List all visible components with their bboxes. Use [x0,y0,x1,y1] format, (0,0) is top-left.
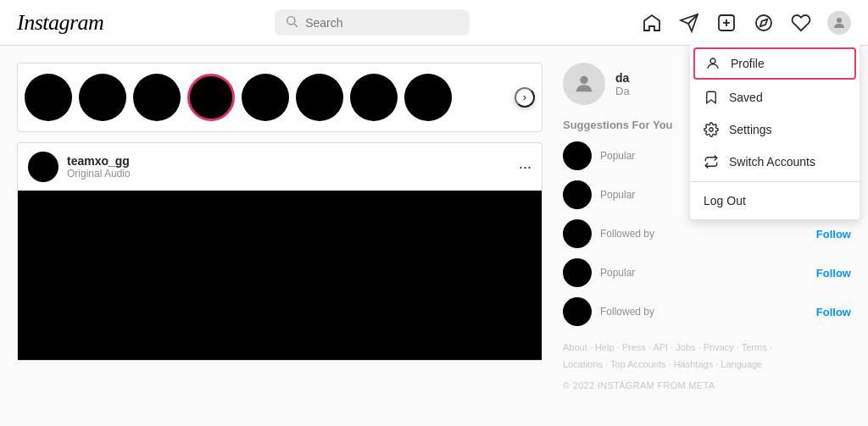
story-item[interactable] [404,74,452,121]
footer-copyright: © 2022 INSTAGRAM FROM META [563,380,851,390]
nav-icons [641,11,851,35]
story-circle [242,74,289,121]
dropdown-settings-label: Settings [729,123,772,136]
profile-avatar[interactable] [827,11,851,35]
suggestion-avatar [563,297,592,326]
person-icon [705,56,721,71]
story-item[interactable] [25,74,72,121]
story-item[interactable] [296,74,343,121]
add-icon[interactable] [715,12,737,34]
suggestion-meta: Followed by [600,228,654,240]
suggestion-avatar [563,141,592,170]
suggestion-avatar [563,219,592,248]
story-circle [296,74,343,121]
post-avatar [28,152,58,182]
svg-point-10 [709,128,714,132]
feed: › teamxo_gg Original Audio ··· [17,63,542,409]
suggestion-item: Popular Follow [563,258,851,287]
suggestion-left: Popular [563,258,635,287]
svg-line-1 [294,24,298,27]
suggestion-left: Popular [563,141,635,170]
post-username: teamxo_gg [67,154,131,168]
sidebar-user-info: da Da [615,71,630,97]
suggestion-avatar [563,180,592,209]
story-circle [350,74,398,121]
story-item[interactable] [350,74,398,121]
home-icon[interactable] [641,12,663,34]
search-bar[interactable] [275,9,470,36]
dropdown-saved[interactable]: Saved [690,81,860,113]
suggestions-title: Suggestions For You [563,119,673,131]
bookmark-icon [704,90,719,105]
dropdown-profile[interactable]: Profile [693,47,856,80]
dropdown-divider [690,181,860,182]
story-circle [79,74,126,121]
follow-button[interactable]: Follow [816,267,851,279]
suggestion-info: Popular [600,189,635,201]
svg-point-0 [287,17,295,25]
post-header: teamxo_gg Original Audio ··· [18,143,542,191]
suggestion-meta: Popular [600,267,635,279]
dropdown-menu: Profile Saved Settings [690,42,860,219]
suggestion-left: Followed by [563,297,654,326]
story-item[interactable] [187,74,235,121]
stories-next-button[interactable]: › [515,87,535,108]
sidebar-avatar [563,63,605,105]
story-circle-active [187,74,235,121]
dropdown-switch-accounts[interactable]: Switch Accounts [690,146,860,178]
footer-links: About · Help · Press · API · Jobs · Priv… [563,340,851,373]
svg-marker-7 [760,19,767,25]
footer-link-2[interactable]: Locations · Top Accounts · Hashtags · La… [563,359,762,369]
post-user-info: teamxo_gg Original Audio [67,154,131,180]
story-item[interactable] [133,74,181,121]
header: Instagram [0,0,868,46]
suggestion-info: Followed by [600,228,654,240]
story-circle [25,74,72,121]
sidebar-username: da [615,71,630,85]
suggestion-meta: Popular [600,189,635,201]
explore-icon[interactable] [753,12,775,34]
suggestion-meta: Followed by [600,306,654,318]
instagram-logo: Instagram [17,10,103,36]
dropdown-saved-label: Saved [729,91,763,104]
suggestion-left: Followed by [563,219,654,248]
post-subtitle: Original Audio [67,168,131,180]
suggestion-info: Popular [600,150,635,162]
suggestion-info: Followed by [600,306,654,318]
sidebar-name: Da [615,85,630,97]
svg-point-9 [710,58,715,64]
story-circle [404,74,452,121]
dropdown-settings[interactable]: Settings [690,113,860,146]
suggestion-item: Followed by Follow [563,297,851,326]
story-circle [133,74,181,121]
stories-bar: › [17,63,542,132]
dropdown-switch-label: Switch Accounts [729,155,815,169]
post-more-button[interactable]: ··· [519,158,531,176]
follow-button[interactable]: Follow [816,228,851,241]
suggestion-avatar [563,258,592,287]
post: teamxo_gg Original Audio ··· [17,142,542,361]
story-item[interactable] [242,74,289,121]
suggestion-item: Followed by Follow [563,219,851,248]
post-image [18,191,542,360]
svg-point-8 [837,18,842,23]
search-input[interactable] [305,16,459,30]
svg-point-11 [580,76,587,84]
logout-label: Log Out [704,194,746,207]
footer-link[interactable]: About · Help · Press · API · Jobs · Priv… [563,342,772,352]
switch-icon [704,154,719,169]
settings-icon [704,122,719,137]
story-item[interactable] [79,74,126,121]
search-icon [285,14,298,30]
heart-icon[interactable] [790,12,812,34]
dropdown-logout[interactable]: Log Out [690,185,860,216]
dropdown-profile-label: Profile [731,57,765,70]
suggestion-meta: Popular [600,150,635,162]
post-user: teamxo_gg Original Audio [28,152,131,182]
svg-point-6 [756,15,771,30]
suggestion-left: Popular [563,180,635,209]
send-icon[interactable] [678,12,700,34]
follow-button[interactable]: Follow [816,306,851,318]
suggestion-info: Popular [600,267,635,279]
